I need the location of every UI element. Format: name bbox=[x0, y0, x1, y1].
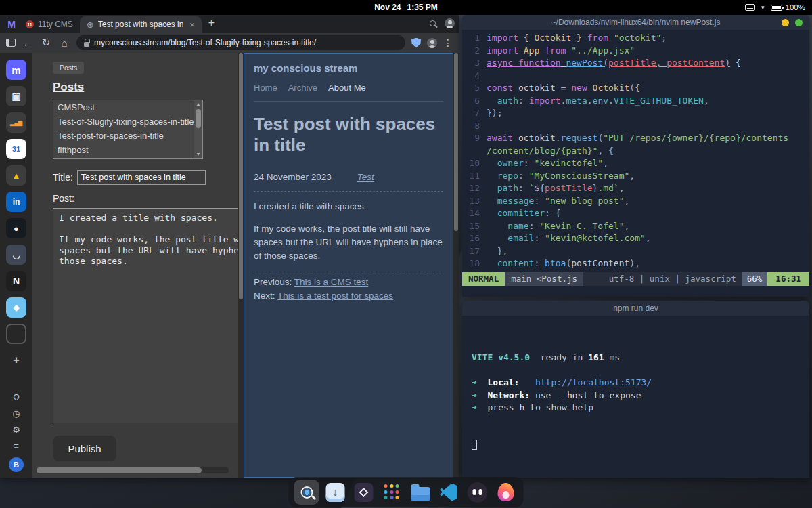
listbox-option[interactable]: Test-post-for-spaces-in-title bbox=[53, 129, 194, 143]
tag-link[interactable]: Test bbox=[357, 172, 374, 182]
battery-indicator[interactable]: 100% bbox=[771, 3, 805, 12]
posts-listbox[interactable]: CMSPostTest-of-Slugify-fixing-spaces-in-… bbox=[53, 100, 203, 159]
site-title[interactable]: my conscious stream bbox=[254, 62, 443, 74]
notion-icon[interactable]: N bbox=[6, 271, 26, 291]
code-line: 2import App from "../App.jsx" bbox=[462, 45, 809, 58]
close-tab-icon[interactable]: × bbox=[189, 20, 195, 30]
editor-title-bar[interactable]: ~/Downloads/nvim-linux64/bin/nvim newPos… bbox=[462, 15, 809, 30]
title-input[interactable] bbox=[77, 170, 206, 185]
divider bbox=[254, 191, 443, 192]
devserver-terminal-window: npm run dev VITE v4.5.0 ready in 161 ms➜… bbox=[462, 301, 809, 478]
blog-scrollbar[interactable] bbox=[453, 53, 459, 478]
scroll-down-icon[interactable]: ▼ bbox=[194, 150, 202, 158]
listbox-option[interactable]: fifthpost bbox=[53, 143, 194, 157]
next-link[interactable]: This is a test post for spaces bbox=[277, 291, 393, 301]
vscode-icon[interactable] bbox=[436, 480, 461, 505]
posts-heading: Posts bbox=[53, 81, 238, 94]
system-tray[interactable]: ▾ 100% bbox=[745, 0, 805, 15]
dev-lines: VITE v4.5.0 ready in 161 ms➜ Local: http… bbox=[472, 352, 800, 415]
listbox-option[interactable]: Test-of-Slugify-fixing-spaces-in-title bbox=[53, 114, 194, 129]
browser-logo[interactable]: M bbox=[4, 19, 19, 30]
code-lines[interactable]: 1import { Octokit } from "octokit";2impo… bbox=[462, 30, 809, 272]
back-icon[interactable]: ← bbox=[22, 37, 34, 49]
add-app-icon[interactable]: + bbox=[6, 350, 26, 371]
app-grid-icon[interactable] bbox=[380, 480, 405, 505]
notifications-icon[interactable]: Ω bbox=[9, 392, 23, 402]
files-icon[interactable] bbox=[408, 480, 433, 505]
drive-icon[interactable]: ▲ bbox=[6, 165, 26, 186]
browser-flame-icon[interactable] bbox=[493, 480, 518, 505]
mastodon-icon[interactable]: m bbox=[6, 60, 26, 80]
menu-icon[interactable]: ≡ bbox=[9, 441, 23, 451]
software-icon[interactable] bbox=[351, 480, 376, 505]
cms-pane: Posts Posts CMSPostTest-of-Slugify-fixin… bbox=[32, 53, 238, 478]
downloads-icon[interactable]: ↓ bbox=[323, 480, 348, 505]
code-line: 15 name: "Kevin C. Tofel", bbox=[462, 220, 809, 233]
post-textarea[interactable]: I created a title with spaces. If my cod… bbox=[53, 208, 238, 423]
vim-cmdline bbox=[462, 286, 809, 297]
listbox-option[interactable]: CMSPost bbox=[53, 100, 194, 114]
maximize-icon[interactable] bbox=[795, 19, 803, 26]
terminal-line: ➜ press h to show help bbox=[472, 402, 800, 415]
devserver-title-bar[interactable]: npm run dev bbox=[462, 301, 809, 316]
posts-chip[interactable]: Posts bbox=[53, 62, 84, 74]
nav-link[interactable]: About Me bbox=[328, 83, 366, 93]
terminal-icon[interactable] bbox=[465, 480, 490, 505]
code-line: 10 owner: "kevinctofel", bbox=[462, 157, 809, 170]
globe-icon: ⊕ bbox=[87, 20, 94, 29]
chevron-down-icon[interactable]: ▾ bbox=[761, 4, 765, 11]
minimize-icon[interactable] bbox=[782, 19, 789, 26]
url-text: myconscious.stream/blog/Test-of-Slugify-… bbox=[94, 38, 316, 47]
nav-link[interactable]: Home bbox=[254, 83, 277, 93]
new-tab-button[interactable]: + bbox=[208, 17, 215, 29]
photos-icon[interactable]: ▣ bbox=[6, 86, 26, 106]
calendar-icon[interactable]: 31 bbox=[6, 139, 26, 159]
screenshot-tool-icon[interactable] bbox=[294, 480, 319, 505]
file-encoding: utf-8 | unix | javascript bbox=[604, 272, 742, 286]
cms-scrollbar[interactable] bbox=[238, 53, 244, 478]
bluesky-icon[interactable]: ◆ bbox=[6, 297, 26, 318]
devserver-output[interactable]: VITE v4.5.0 ready in 161 ms➜ Local: http… bbox=[462, 316, 809, 478]
charts-icon[interactable]: ▂▄▆ bbox=[6, 112, 26, 133]
linkedin-icon[interactable]: in bbox=[6, 192, 26, 212]
code-line: 12 path: `${postTitle}.md`, bbox=[462, 182, 809, 195]
tab-label: 11ty CMS bbox=[38, 20, 73, 29]
nav-link[interactable]: Archive bbox=[288, 83, 317, 93]
system-top-bar: Nov 24 1:35 PM ▾ 100% bbox=[0, 0, 812, 15]
shield-icon[interactable] bbox=[411, 38, 421, 48]
avatar[interactable] bbox=[427, 38, 437, 48]
sidebar-toggle-icon[interactable] bbox=[6, 39, 16, 47]
address-bar[interactable]: myconscious.stream/blog/Test-of-Slugify-… bbox=[76, 35, 405, 50]
code-line: 11 repo: "MyConsciousStream", bbox=[462, 170, 809, 183]
listbox-scrollbar[interactable]: ▲ ▼ bbox=[194, 100, 202, 158]
previous-link[interactable]: This is a CMS test bbox=[294, 277, 369, 287]
divider bbox=[254, 272, 443, 272]
battery-percent: 100% bbox=[786, 3, 805, 12]
app-rail: m▣▂▄▆31▲in●◡N◆+ Ω◷⚙≡ B bbox=[0, 53, 32, 478]
clock[interactable]: Nov 24 1:35 PM bbox=[374, 3, 438, 12]
empty-slot-icon[interactable] bbox=[6, 324, 26, 344]
code-line: 16 email: "kevin@kctofel.com", bbox=[462, 232, 809, 245]
profile-icon[interactable] bbox=[445, 18, 455, 28]
refresh-icon[interactable]: ↻ bbox=[40, 37, 52, 49]
post-label: Post: bbox=[53, 193, 238, 204]
scroll-thumb[interactable] bbox=[196, 109, 201, 128]
profile-avatar[interactable]: B bbox=[9, 457, 24, 472]
tab-search-icon[interactable] bbox=[430, 20, 436, 26]
desktop: Nov 24 1:35 PM ▾ 100% M 11 11ty CMS ⊕ Te… bbox=[0, 0, 812, 508]
tab-test-post[interactable]: ⊕ Test post with spaces in × bbox=[80, 16, 202, 33]
keyboard-layout-icon[interactable] bbox=[745, 4, 755, 11]
home-icon[interactable]: ⌂ bbox=[58, 37, 70, 49]
discord-icon[interactable]: ◡ bbox=[6, 245, 26, 265]
menu-icon[interactable]: ⋮ bbox=[443, 37, 453, 48]
history-icon[interactable]: ◷ bbox=[9, 408, 23, 419]
tab-label: Test post with spaces in bbox=[98, 20, 184, 29]
scroll-up-icon[interactable]: ▲ bbox=[194, 100, 202, 108]
browser-toolbar: ← ↻ ⌂ myconscious.stream/blog/Test-of-Sl… bbox=[0, 33, 459, 53]
horizontal-scrollbar[interactable] bbox=[37, 467, 229, 473]
tab-11ty-cms[interactable]: 11 11ty CMS bbox=[19, 16, 80, 33]
github-icon[interactable]: ● bbox=[6, 218, 26, 238]
settings-icon[interactable]: ⚙ bbox=[9, 425, 23, 435]
code-line: 4 bbox=[462, 70, 809, 83]
publish-button[interactable]: Publish bbox=[53, 436, 116, 461]
